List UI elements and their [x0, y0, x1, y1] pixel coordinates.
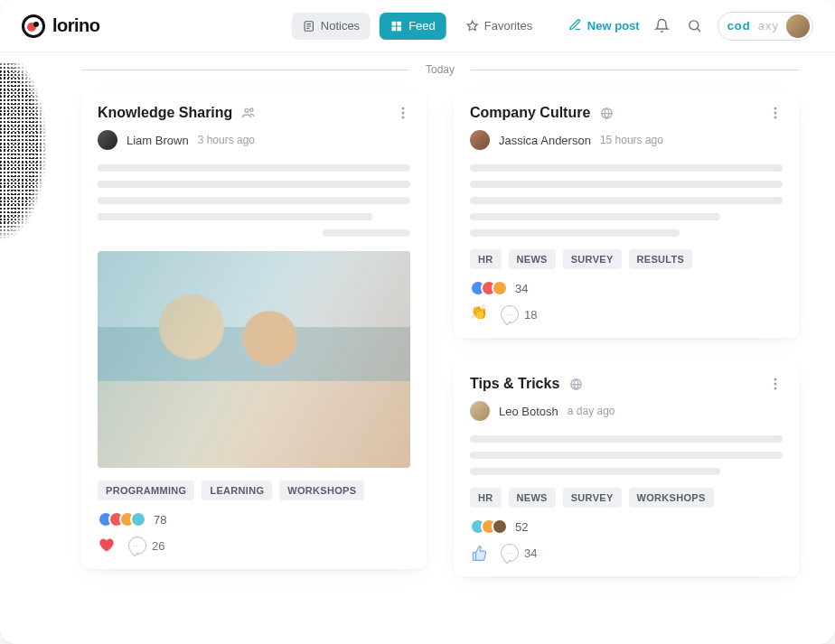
tag[interactable]: LEARNING	[202, 481, 272, 500]
comments-button[interactable]: ··· 34	[501, 544, 537, 562]
comment-icon: ···	[501, 544, 519, 562]
compose-icon	[568, 18, 582, 34]
workspace-switcher[interactable]: codaxy	[718, 12, 813, 41]
svg-point-6	[245, 108, 249, 112]
new-post-label: New post	[587, 19, 640, 33]
app-frame: lorino Notices Feed Favorites	[0, 0, 835, 644]
author-avatar[interactable]	[470, 130, 490, 150]
post-meta: Leo Botosh a day ago	[470, 401, 783, 421]
tag[interactable]: HR	[470, 249, 502, 269]
content-area: Today Knowledge Sharing	[0, 52, 835, 644]
author-name[interactable]: Leo Botosh	[499, 405, 558, 418]
date-divider-label: Today	[426, 63, 455, 76]
svg-point-14	[774, 117, 777, 119]
svg-point-13	[774, 112, 777, 115]
post-header: Knowledge Sharing	[98, 105, 410, 121]
svg-point-10	[402, 117, 405, 119]
author-avatar[interactable]	[98, 130, 117, 150]
svg-rect-1	[392, 21, 397, 25]
comment-icon: ···	[501, 305, 519, 323]
search-button[interactable]	[685, 16, 705, 36]
svg-rect-3	[392, 26, 397, 31]
logo-mark-icon	[22, 14, 45, 38]
author-avatar[interactable]	[470, 401, 490, 421]
post-card[interactable]: Knowledge Sharing Liam Brown 3 hours ago	[81, 89, 427, 569]
logo[interactable]: lorino	[22, 14, 100, 38]
reaction-globe-icon	[492, 518, 508, 535]
tag[interactable]: PROGRAMMING	[98, 481, 194, 500]
comments-count: 34	[524, 546, 537, 560]
group-visibility-icon	[241, 106, 256, 120]
nav-feed[interactable]: Feed	[380, 13, 446, 40]
tag[interactable]: RESULTS	[629, 249, 693, 269]
nav-notices-label: Notices	[321, 19, 360, 33]
post-header: Company Culture	[470, 105, 783, 121]
workspace-name-part1: cod	[727, 19, 751, 33]
clap-icon: 👏	[470, 305, 488, 323]
post-body-placeholder	[470, 164, 783, 237]
tag[interactable]: NEWS	[509, 249, 556, 269]
nav-notices[interactable]: Notices	[292, 13, 371, 40]
dots-vertical-icon	[774, 378, 777, 390]
post-header: Tips & Tricks	[470, 376, 783, 392]
reaction-icons-cluster	[98, 511, 146, 527]
comment-icon: ···	[128, 537, 146, 555]
react-button[interactable]	[470, 544, 488, 562]
date-divider: Today	[81, 52, 799, 79]
post-card[interactable]: Company Culture Jassica Anderson 15 hour…	[454, 89, 799, 338]
react-button[interactable]: 👏	[470, 305, 488, 323]
tag[interactable]: WORKSHOPS	[629, 488, 714, 508]
tag[interactable]: SURVEY	[563, 249, 622, 269]
reactions-summary[interactable]: 52	[470, 518, 783, 535]
reactions-summary[interactable]: 78	[98, 511, 410, 527]
post-tags: PROGRAMMING LEARNING WORKSHOPS	[98, 481, 410, 500]
comments-button[interactable]: ··· 26	[128, 537, 164, 555]
post-menu-button[interactable]	[768, 377, 783, 391]
svg-point-7	[250, 108, 253, 111]
dots-vertical-icon	[774, 107, 777, 119]
nav-favorites[interactable]: Favorites	[455, 13, 543, 40]
author-name[interactable]: Liam Brown	[127, 134, 189, 147]
new-post-button[interactable]: New post	[568, 18, 640, 34]
post-actions: ··· 26	[98, 537, 410, 555]
reaction-fire-icon	[492, 280, 508, 296]
svg-point-17	[774, 383, 777, 386]
heart-icon	[98, 537, 116, 555]
feed-grid-icon	[390, 20, 403, 33]
post-meta: Jassica Anderson 15 hours ago	[470, 130, 783, 150]
post-time: 15 hours ago	[600, 134, 663, 146]
user-avatar	[786, 14, 810, 38]
svg-point-16	[774, 378, 777, 381]
post-title: Tips & Tricks	[470, 376, 559, 392]
react-button[interactable]	[98, 537, 116, 555]
post-title: Knowledge Sharing	[98, 105, 232, 121]
reactions-count: 52	[515, 520, 528, 534]
comments-button[interactable]: ··· 18	[501, 305, 537, 323]
tag[interactable]: NEWS	[509, 488, 556, 508]
star-icon	[466, 20, 479, 33]
author-name[interactable]: Jassica Anderson	[499, 134, 591, 147]
post-image[interactable]	[98, 251, 410, 468]
tag[interactable]: WORKSHOPS	[279, 481, 364, 500]
svg-rect-4	[398, 26, 402, 31]
svg-point-12	[774, 107, 777, 110]
post-time: 3 hours ago	[198, 134, 255, 146]
reactions-count: 34	[515, 282, 528, 295]
tag[interactable]: HR	[470, 488, 502, 508]
post-menu-button[interactable]	[396, 106, 410, 120]
search-icon	[687, 18, 702, 33]
public-visibility-icon	[568, 377, 583, 391]
public-visibility-icon	[599, 106, 614, 120]
topbar: lorino Notices Feed Favorites	[0, 0, 835, 52]
bell-icon	[654, 18, 670, 33]
reactions-summary[interactable]: 34	[470, 280, 783, 296]
divider-line	[471, 70, 799, 70]
post-body-placeholder	[98, 164, 410, 237]
notifications-button[interactable]	[652, 16, 672, 36]
post-menu-button[interactable]	[768, 106, 783, 120]
post-card[interactable]: Tips & Tricks Leo Botosh a day ago	[454, 359, 799, 576]
comments-count: 26	[152, 539, 164, 553]
tag[interactable]: SURVEY	[563, 488, 622, 508]
reaction-icons-cluster	[470, 280, 508, 296]
notices-icon	[303, 20, 315, 33]
